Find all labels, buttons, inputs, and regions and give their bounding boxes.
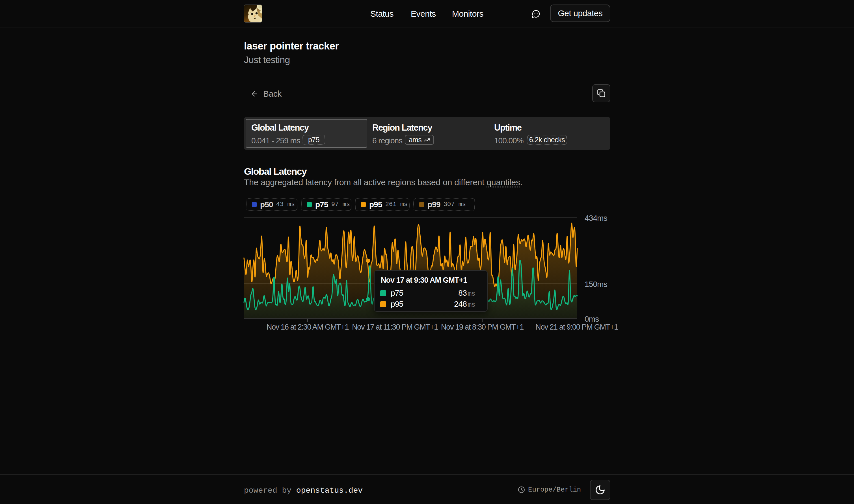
svg-text:434ms: 434ms: [585, 214, 607, 222]
svg-text:150ms: 150ms: [585, 280, 607, 289]
svg-text:Nov 16 at 2:30 AM GMT+1: Nov 16 at 2:30 AM GMT+1: [267, 323, 349, 331]
svg-text:0ms: 0ms: [585, 314, 599, 323]
svg-text:Nov 21 at 9:00 PM GMT+1: Nov 21 at 9:00 PM GMT+1: [535, 323, 618, 331]
svg-text:Nov 19 at 8:30 PM GMT+1: Nov 19 at 8:30 PM GMT+1: [441, 323, 524, 331]
svg-text:Nov 17 at 11:30 PM GMT+1: Nov 17 at 11:30 PM GMT+1: [352, 323, 438, 331]
